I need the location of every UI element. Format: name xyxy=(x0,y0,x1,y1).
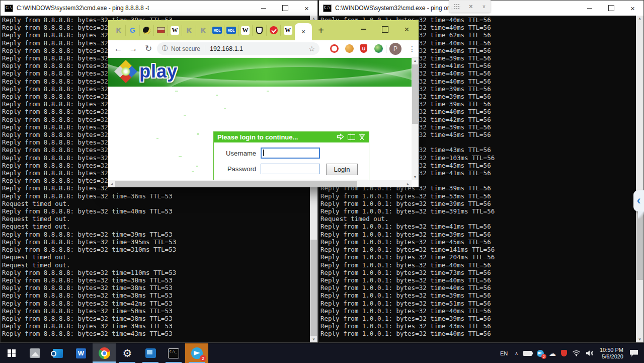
tab-strip: K G W K K MDL MDL W W × + × xyxy=(108,20,419,40)
scroll-thumb[interactable] xyxy=(412,64,418,124)
wifi-icon[interactable] xyxy=(570,343,583,363)
wikipedia-favicon-icon: W xyxy=(284,26,292,35)
cookie-extension-icon[interactable] xyxy=(345,44,354,53)
info-icon[interactable]: ⓘ xyxy=(162,44,168,53)
scroll-left-icon[interactable]: ◄ xyxy=(108,180,115,187)
taskbar-word[interactable]: W xyxy=(69,343,93,363)
language-indicator[interactable]: EN xyxy=(496,343,512,363)
new-tab-button[interactable]: + xyxy=(315,24,327,36)
scroll-up-icon[interactable]: ▲ xyxy=(412,57,419,64)
pinned-tab-wikipedia[interactable]: W xyxy=(168,25,182,36)
scroll-down-icon[interactable]: ▼ xyxy=(412,174,419,180)
pinned-tab-k-logo[interactable]: K xyxy=(112,25,126,36)
scrollbar-corner xyxy=(412,180,419,187)
red-ring-extension-icon[interactable] xyxy=(330,44,339,53)
side-panel-toggle[interactable]: ‹ xyxy=(633,190,644,211)
pinned-tab-google[interactable]: G xyxy=(126,25,140,36)
url-text[interactable]: 192.168.1.1 xyxy=(210,45,243,52)
username-label: Username xyxy=(214,150,256,157)
pinned-tab-wikipedia[interactable]: W xyxy=(281,25,295,36)
profile-avatar[interactable]: P xyxy=(389,43,401,55)
volume-icon[interactable] xyxy=(583,343,597,363)
pinned-tab-k-logo[interactable]: K xyxy=(196,25,210,36)
shield-extension-icon[interactable]: U xyxy=(360,44,367,53)
close-button[interactable]: × xyxy=(396,20,418,38)
capture-toolbar-overlay: × ∨ xyxy=(449,0,491,13)
password-input[interactable] xyxy=(261,164,320,174)
telegram-tray-icon[interactable]: 2 xyxy=(534,343,546,363)
taskbar-outlook[interactable] xyxy=(46,343,69,363)
scroll-thumb[interactable] xyxy=(115,181,357,187)
pinned-tab-k-logo[interactable]: K xyxy=(182,25,196,36)
scrollbar[interactable]: ∧ ∨ xyxy=(636,16,643,342)
taskbar-settings[interactable]: ⚙ xyxy=(116,343,139,363)
minimize-button[interactable] xyxy=(253,1,274,16)
close-tab-icon[interactable]: × xyxy=(301,28,305,36)
forward-icon[interactable]: → xyxy=(126,40,140,57)
scroll-thumb[interactable] xyxy=(310,240,317,340)
lang-wen-icon[interactable] xyxy=(359,133,365,140)
tray-date: 5/6/2020 xyxy=(600,353,623,360)
taskbar-media-app[interactable] xyxy=(139,343,162,363)
taskbar-photos-app[interactable] xyxy=(23,343,46,363)
pinned-tab-shield[interactable] xyxy=(253,25,267,36)
pinned-tab-red-circle[interactable] xyxy=(267,25,281,36)
scroll-up-icon[interactable]: ∧ xyxy=(636,16,643,22)
globe-extension-icon[interactable] xyxy=(374,44,383,53)
taskbar-telegram[interactable]: 2 xyxy=(185,343,208,363)
reload-icon[interactable]: ↻ xyxy=(141,40,155,57)
maximize-button[interactable] xyxy=(274,1,296,16)
scroll-down-icon[interactable]: ∨ xyxy=(636,336,643,342)
active-tab[interactable]: × xyxy=(295,23,312,40)
play-logo: play xyxy=(114,60,178,83)
mdl-favicon-icon: MDL xyxy=(226,27,236,34)
browser-toolbar: ← → ↻ ⓘ Not secure 192.168.1.1 ☆ U P ⋮ xyxy=(108,40,419,57)
pinned-tab-flag[interactable] xyxy=(154,25,168,36)
taskbar-cmd[interactable] xyxy=(162,343,185,363)
gear-icon: ⚙ xyxy=(123,348,132,358)
shield-favicon-icon xyxy=(256,27,263,34)
antivirus-shield-icon[interactable] xyxy=(558,343,570,363)
username-input[interactable] xyxy=(261,148,320,159)
onedrive-cloud-icon[interactable]: ☁ xyxy=(546,343,558,363)
overlay-close-icon[interactable]: × xyxy=(469,3,473,10)
cmd-titlebar[interactable]: C:\WINDOWS\system32\cmd.exe - ping 8.8.8… xyxy=(1,1,317,16)
lang-zhong-icon[interactable] xyxy=(348,134,355,140)
divider xyxy=(386,45,386,53)
pinned-tab-mdl[interactable]: MDL xyxy=(210,25,224,36)
start-button[interactable] xyxy=(0,343,23,363)
security-label[interactable]: Not secure xyxy=(171,45,200,52)
desktop: C:\WINDOWS\system32\cmd.exe - ping 8.8.8… xyxy=(0,0,644,363)
close-button[interactable]: × xyxy=(296,1,317,16)
scroll-right-icon[interactable]: ► xyxy=(405,180,412,187)
page-vertical-scrollbar[interactable]: ▲ ▼ xyxy=(412,57,419,180)
notification-badge: 2 xyxy=(200,355,206,361)
action-center-button[interactable] xyxy=(627,343,644,363)
overlay-chevron-down-icon[interactable]: ∨ xyxy=(482,4,486,9)
maximize-button[interactable] xyxy=(600,1,622,16)
minimize-button[interactable] xyxy=(353,20,374,38)
clock[interactable]: 10:50 PM 5/6/2020 xyxy=(597,343,627,363)
address-bar[interactable]: ⓘ Not secure 192.168.1.1 ☆ xyxy=(157,42,319,55)
page-horizontal-scrollbar[interactable]: ◄ ► xyxy=(108,180,419,187)
battery-icon[interactable] xyxy=(521,343,534,363)
minimize-button[interactable] xyxy=(579,1,600,16)
bookmark-star-icon[interactable]: ☆ xyxy=(308,45,315,53)
brand-name: play xyxy=(139,61,178,82)
scroll-down-icon[interactable]: ∨ xyxy=(310,336,317,342)
lang-arrow-icon[interactable] xyxy=(337,133,344,140)
login-button[interactable]: Login xyxy=(326,164,358,175)
grid-handle-icon[interactable] xyxy=(454,4,459,9)
close-button[interactable]: × xyxy=(622,1,643,16)
maximize-button[interactable] xyxy=(374,20,396,38)
chevron-left-icon: ‹ xyxy=(637,194,641,206)
browser-menu-icon[interactable]: ⋮ xyxy=(407,40,418,57)
taskbar-chrome-active[interactable] xyxy=(93,343,116,363)
pinned-tab-dark-circle[interactable] xyxy=(140,25,154,36)
dark-circle-favicon-icon xyxy=(143,27,150,34)
pinned-tab-wikipedia[interactable]: W xyxy=(238,25,253,36)
back-icon[interactable]: ← xyxy=(111,40,125,57)
pinned-tab-mdl[interactable]: MDL xyxy=(224,25,238,36)
artifact xyxy=(184,115,186,116)
hidden-icons-chevron-icon[interactable]: ∧ xyxy=(512,343,521,363)
